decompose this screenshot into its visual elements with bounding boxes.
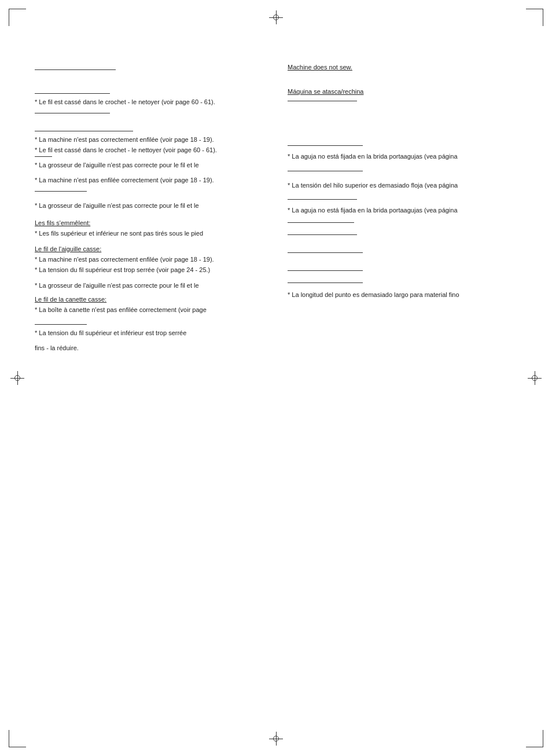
- blank-line-2: [35, 93, 110, 94]
- blank-line-r8: [288, 270, 363, 271]
- section-thread-hook: * Le fil est cassé dans le crochet - le …: [35, 93, 264, 107]
- corner-mark-bl: [9, 730, 26, 747]
- section-fins: fins - la réduire.: [35, 343, 264, 353]
- section-needle-size2: * La grosseur de l'aiguille n'est pas co…: [35, 201, 264, 211]
- needle-size-note2: * La grosseur de l'aiguille n'est pas co…: [35, 201, 264, 211]
- needle-size-note3: * La grosseur de l'aiguille n'est pas co…: [35, 281, 264, 291]
- tension-floja-note: * La tensión del hilo superior es demasi…: [288, 181, 517, 190]
- section-blank-right-line4: [288, 199, 517, 200]
- blank-line-r7: [288, 252, 363, 253]
- blank-line-r9: [288, 282, 363, 283]
- section-blank3: * La machine n'est pas correctement enfi…: [35, 131, 264, 170]
- blank-line-6: [35, 191, 87, 192]
- crosshair-right: [528, 371, 542, 385]
- machine-threading-note2: * Le fil est cassé dans le crochet - le …: [35, 145, 264, 155]
- blank-line-r6: [288, 234, 357, 235]
- crosshair-top: [269, 10, 283, 24]
- fil-aiguille-casse-note1: * La machine n'est pas correctement enfi…: [35, 255, 264, 265]
- machine-does-not-sew-heading: Machine does not sew.: [288, 64, 517, 71]
- section-longitud-punto: * La longitud del punto es demasiado lar…: [288, 290, 517, 300]
- section-blank-right-line8: [288, 270, 517, 271]
- section-needle-size3: * La grosseur de l'aiguille n'est pas co…: [35, 281, 264, 291]
- section-blank-right-line9: [288, 282, 517, 283]
- section-machine-does-not-sew: Machine does not sew.: [288, 64, 517, 71]
- machine-not-threaded-note: * La machine n'est pas enfilée correctem…: [35, 175, 264, 185]
- content-area: * Le fil est cassé dans le crochet - le …: [35, 46, 517, 710]
- section-blank-right-line6: [288, 234, 517, 235]
- crosshair-bottom: [269, 732, 283, 746]
- section-blank5: * La tension du fil supérieur et inférie…: [35, 324, 264, 338]
- section-blank-right-line2: [288, 145, 517, 146]
- fins-note: fins - la réduire.: [35, 343, 264, 353]
- blank-line-r5: [288, 222, 354, 223]
- blank-line-r2: [288, 145, 363, 146]
- two-column-layout: * Le fil est cassé dans le crochet - le …: [35, 46, 517, 359]
- section-blank4: [35, 191, 264, 192]
- needle-size-note1: * La grosseur de l'aiguille n'est pas co…: [35, 160, 264, 170]
- section-blank2: [35, 113, 264, 113]
- section-aguja-no-fijada1: * La aguja no está fijada en la brida po…: [288, 152, 517, 162]
- corner-mark-tl: [9, 9, 26, 26]
- section-fil-canette-casse: Le fil de la canette casse: * La boîte à…: [35, 296, 264, 315]
- blank-line-7: [35, 324, 87, 325]
- fil-canette-casse-heading: Le fil de la canette casse:: [35, 296, 264, 303]
- section-aguja-no-fijada2: * La aguja no está fijada en la brida po…: [288, 205, 517, 215]
- tension-note: * La tension du fil supérieur et inférie…: [35, 328, 264, 338]
- aguja-no-fijada-note1: * La aguja no está fijada en la brida po…: [288, 152, 517, 162]
- fil-canette-casse-note: * La boîte à canette n'est pas enfilée c…: [35, 305, 264, 315]
- blank-line-3: [35, 113, 110, 113]
- section-blank-right-line3: [288, 171, 517, 171]
- corner-mark-tr: [526, 9, 543, 26]
- section-blank-right-line7: [288, 252, 517, 253]
- right-column: Machine does not sew. Máquina se atasca/…: [282, 46, 517, 359]
- section-machine-not-threaded: * La machine n'est pas enfilée correctem…: [35, 175, 264, 185]
- blank-line-5: [35, 156, 52, 157]
- fil-aiguille-casse-heading: Le fil de l'aiguille casse:: [35, 245, 264, 252]
- blank-line-4: [35, 131, 133, 131]
- blank-line-r3: [288, 171, 363, 171]
- section-blank-right-line5: [288, 222, 517, 223]
- blank-line-r4: [288, 199, 357, 200]
- spacer-1: [288, 107, 517, 142]
- section-tension-floja: * La tensión del hilo superior es demasi…: [288, 181, 517, 190]
- crosshair-left: [10, 371, 24, 385]
- longitud-punto-note: * La longitud del punto es demasiado lar…: [288, 290, 517, 300]
- fil-aiguille-casse-note2: * La tension du fil supérieur est trop s…: [35, 265, 264, 275]
- blank-line-r1: [288, 101, 357, 101]
- maquina-atasca-heading: Máquina se atasca/rechina: [288, 88, 517, 95]
- section-maquina-atasca: Máquina se atasca/rechina: [288, 88, 517, 95]
- blank-line-1: [35, 69, 116, 70]
- page: * Le fil est cassé dans le crochet - le …: [0, 0, 552, 756]
- section-fils-emmelent: Les fils s'emmêlent: * Les fils supérieu…: [35, 219, 264, 238]
- corner-mark-br: [526, 730, 543, 747]
- section-blank1: [35, 69, 264, 70]
- thread-hook-note: * Le fil est cassé dans le crochet - le …: [35, 97, 264, 107]
- fils-emmelent-heading: Les fils s'emmêlent:: [35, 219, 264, 226]
- left-column: * Le fil est cassé dans le crochet - le …: [35, 46, 270, 359]
- section-blank-right-line1: [288, 101, 517, 101]
- section-fil-aiguille-casse: Le fil de l'aiguille casse: * La machine…: [35, 245, 264, 275]
- aguja-no-fijada-note2: * La aguja no está fijada en la brida po…: [288, 205, 517, 215]
- machine-threading-note1: * La machine n'est pas correctement enfi…: [35, 135, 264, 145]
- fils-emmelent-note: * Les fils supérieur et inférieur ne son…: [35, 229, 264, 238]
